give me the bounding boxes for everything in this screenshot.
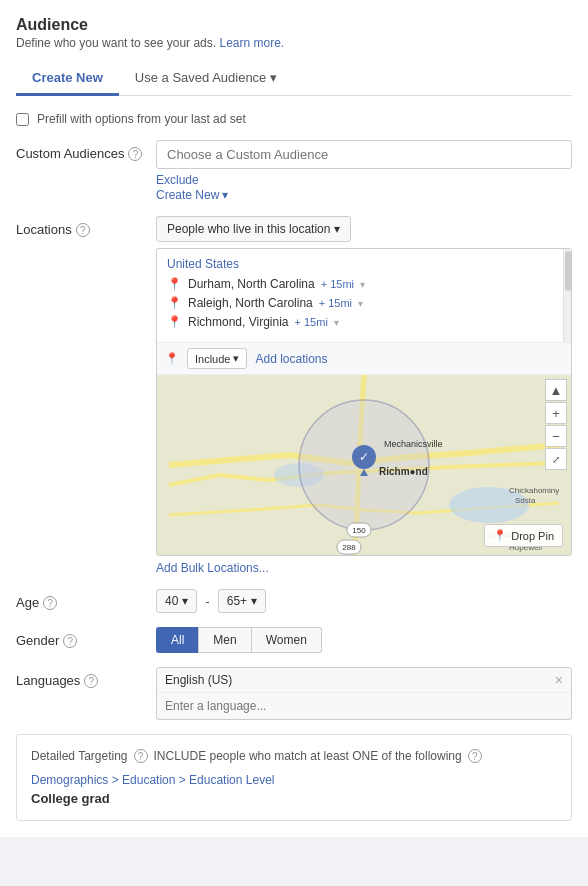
languages-row: Languages ? English (US) × [16, 667, 572, 720]
age-controls: 40 ▾ - 65+ ▾ [156, 589, 572, 613]
svg-text:Chickahominy: Chickahominy [509, 486, 559, 495]
age-content: 40 ▾ - 65+ ▾ [156, 589, 572, 613]
svg-text:288: 288 [342, 543, 356, 552]
location-radius[interactable]: + 15mi [319, 297, 352, 309]
map-area: ✓ Mechanicsville Richm●nd Chickahominy S… [157, 375, 571, 555]
age-dash: - [205, 594, 209, 609]
language-tag: English (US) × [157, 668, 571, 693]
language-remove-button[interactable]: × [555, 673, 563, 687]
languages-help-icon[interactable]: ? [84, 674, 98, 688]
detailed-targeting-include-help-icon[interactable]: ? [468, 749, 482, 763]
pin-icon: 📍 [167, 277, 182, 291]
prefill-label: Prefill with options from your last ad s… [37, 112, 246, 126]
custom-audiences-content: Exclude Create New ▾ [156, 140, 572, 202]
targeting-path: Demographics > Education > Education Lev… [31, 773, 557, 787]
page-title: Audience [16, 16, 572, 34]
location-country: United States [167, 257, 557, 271]
add-locations-link[interactable]: Add locations [255, 352, 327, 366]
map-controls: ▲ + − ⤢ [545, 379, 567, 470]
age-min-select[interactable]: 40 ▾ [156, 589, 197, 613]
zoom-out-button[interactable]: − [545, 425, 567, 447]
page-header: Audience Define who you want to see your… [16, 16, 572, 50]
page-subtitle: Define who you want to see your ads. Lea… [16, 36, 572, 50]
chevron-down-icon: ▾ [233, 352, 239, 365]
exclude-link[interactable]: Exclude [156, 173, 572, 187]
scroll-up-button[interactable]: ▲ [545, 379, 567, 401]
detailed-targeting-help-icon[interactable]: ? [134, 749, 148, 763]
locations-row: Locations ? People who live in this loca… [16, 216, 572, 575]
gender-label: Gender ? [16, 627, 156, 648]
list-item: 📍 Richmond, Virginia + 15mi ▾ [167, 315, 557, 329]
chevron-down-icon: ▾ [334, 222, 340, 236]
prefill-row: Prefill with options from your last ad s… [16, 112, 572, 126]
languages-label: Languages ? [16, 667, 156, 688]
location-include-bar: 📍 Include ▾ Add locations [157, 342, 571, 375]
detailed-targeting-label: Detailed Targeting [31, 749, 128, 763]
location-scrollbar[interactable] [563, 249, 571, 342]
chevron-down-icon: ▾ [222, 188, 228, 202]
locations-label: Locations ? [16, 216, 156, 237]
targeting-value: College grad [31, 791, 557, 806]
language-input[interactable] [157, 693, 571, 719]
pin-icon: 📍 [493, 529, 507, 542]
location-dropdown[interactable]: People who live in this location ▾ [156, 216, 351, 242]
svg-text:150: 150 [352, 526, 366, 535]
pin-icon: 📍 [167, 315, 182, 329]
fullscreen-button[interactable]: ⤢ [545, 448, 567, 470]
pin-icon: 📍 [165, 352, 179, 365]
svg-text:Sdsta: Sdsta [515, 496, 536, 505]
locations-help-icon[interactable]: ? [76, 223, 90, 237]
learn-more-link[interactable]: Learn more. [219, 36, 284, 50]
gender-help-icon[interactable]: ? [63, 634, 77, 648]
language-value: English (US) [165, 673, 232, 687]
age-row: Age ? 40 ▾ - 65+ ▾ [16, 589, 572, 613]
location-name: Richmond, Virginia [188, 315, 289, 329]
zoom-in-button[interactable]: + [545, 402, 567, 424]
list-item: 📍 Raleigh, North Carolina + 15mi ▾ [167, 296, 557, 310]
svg-text:✓: ✓ [359, 450, 369, 464]
age-help-icon[interactable]: ? [43, 596, 57, 610]
gender-men-button[interactable]: Men [198, 627, 251, 653]
custom-audiences-help-icon[interactable]: ? [128, 147, 142, 161]
location-name: Raleigh, North Carolina [188, 296, 313, 310]
include-button[interactable]: Include ▾ [187, 348, 247, 369]
gender-buttons: All Men Women [156, 627, 572, 653]
prefill-checkbox[interactable] [16, 113, 29, 126]
tab-saved-audience[interactable]: Use a Saved Audience ▾ [119, 62, 294, 96]
pin-icon: 📍 [167, 296, 182, 310]
location-scroll-area: United States 📍 Durham, North Carolina +… [157, 249, 571, 342]
location-list: United States 📍 Durham, North Carolina +… [157, 249, 571, 342]
custom-audiences-row: Custom Audiences ? Exclude Create New ▾ [16, 140, 572, 202]
chevron-down-icon: ▾ [270, 70, 277, 85]
chevron-down-icon: ▾ [251, 594, 257, 608]
chevron-icon: ▾ [358, 298, 363, 309]
detailed-targeting-header: Detailed Targeting ? INCLUDE people who … [31, 749, 557, 763]
scrollbar-thumb [565, 251, 571, 291]
create-new-link[interactable]: Create New ▾ [156, 188, 228, 202]
detailed-targeting-section: Detailed Targeting ? INCLUDE people who … [16, 734, 572, 821]
gender-all-button[interactable]: All [156, 627, 198, 653]
custom-audiences-label: Custom Audiences ? [16, 140, 156, 161]
languages-box: English (US) × [156, 667, 572, 720]
svg-text:Richm●nd: Richm●nd [379, 466, 428, 477]
add-bulk-link[interactable]: Add Bulk Locations... [156, 561, 269, 575]
location-radius[interactable]: + 15mi [321, 278, 354, 290]
location-box: United States 📍 Durham, North Carolina +… [156, 248, 572, 556]
custom-audiences-input[interactable] [156, 140, 572, 169]
location-radius[interactable]: + 15mi [295, 316, 328, 328]
age-label: Age ? [16, 589, 156, 610]
chevron-icon: ▾ [360, 279, 365, 290]
gender-women-button[interactable]: Women [252, 627, 322, 653]
gender-row: Gender ? All Men Women [16, 627, 572, 653]
chevron-icon: ▾ [334, 317, 339, 328]
chevron-down-icon: ▾ [182, 594, 188, 608]
audience-tabs: Create New Use a Saved Audience ▾ [16, 62, 572, 96]
drop-pin-button[interactable]: 📍 Drop Pin [484, 524, 563, 547]
list-item: 📍 Durham, North Carolina + 15mi ▾ [167, 277, 557, 291]
locations-content: People who live in this location ▾ Unite… [156, 216, 572, 575]
age-max-select[interactable]: 65+ ▾ [218, 589, 266, 613]
svg-text:Mechanicsville: Mechanicsville [384, 439, 443, 449]
languages-content: English (US) × [156, 667, 572, 720]
gender-content: All Men Women [156, 627, 572, 653]
tab-create-new[interactable]: Create New [16, 62, 119, 96]
